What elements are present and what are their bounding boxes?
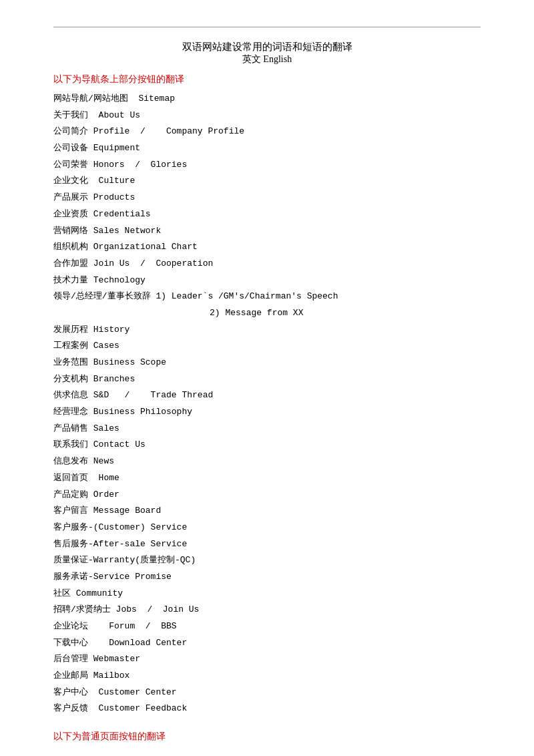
- page-container: 双语网站建设常用的词语和短语的翻译 英文 English 以下为导航条上部分按钮…: [0, 0, 534, 756]
- list-item: 后台管理 Webmaster: [53, 651, 481, 668]
- list-item: 联系我们 Contact Us: [53, 437, 481, 453]
- list-item: 供求信息 S&D / Trade Thread: [53, 387, 481, 404]
- list-item: 产品定购 Order: [53, 487, 481, 504]
- list-item: 网站导航/网站地图 Sitemap: [53, 91, 481, 108]
- list-item: 招聘/求贤纳士 Jobs / Join Us: [53, 602, 481, 618]
- list-item: 领导/总经理/董事长致辞 1) Leader`s /GM's/Chairman'…: [53, 289, 481, 305]
- list-item: 业务范围 Business Scope: [53, 355, 481, 371]
- list-item: 2) Message from XX: [53, 305, 481, 322]
- list-item: 企业资质 Credentials: [53, 206, 481, 223]
- list-item: 企业论坛 Forum / BBS: [53, 618, 481, 635]
- list-item: 服务承诺-Service Promise: [53, 569, 481, 586]
- page-title-main: 双语网站建设常用的词语和短语的翻译: [53, 41, 481, 53]
- list-item: 社区 Community: [53, 586, 481, 602]
- list-item: 公司简介 Profile / Company Profile: [53, 124, 481, 140]
- list-item: 发展历程 History: [53, 322, 481, 339]
- page-title-block: 双语网站建设常用的词语和短语的翻译 英文 English: [53, 41, 481, 65]
- list-item: 营销网络 Sales Network: [53, 223, 481, 240]
- list-item: 信息发布 News: [53, 453, 481, 470]
- list-item: 企业文化 Culture: [53, 173, 481, 190]
- list-item: 下载中心 Download Center: [53, 635, 481, 652]
- top-divider: [53, 27, 481, 27]
- list-item: 客户留言 Message Board: [53, 503, 481, 520]
- list-item: 返回首页 Home: [53, 470, 481, 487]
- list-item: 经营理念 Business Philosophy: [53, 404, 481, 421]
- page-title-sub: 英文 English: [53, 53, 481, 65]
- content-lines: 网站导航/网站地图 Sitemap关于我们 About Us公司简介 Profi…: [53, 91, 481, 717]
- section1-heading: 以下为导航条上部分按钮的翻译: [53, 73, 481, 85]
- list-item: 客户中心 Customer Center: [53, 685, 481, 701]
- list-item: 组织机构 Organizational Chart: [53, 239, 481, 256]
- list-item: 客户反馈 Customer Feedback: [53, 701, 481, 717]
- list-item: 分支机构 Branches: [53, 371, 481, 388]
- list-item: 售后服务-After-sale Service: [53, 536, 481, 553]
- list-item: 质量保证-Warranty(质量控制-QC): [53, 552, 481, 569]
- list-item: 公司设备 Equipment: [53, 140, 481, 157]
- list-item: 关于我们 About Us: [53, 108, 481, 124]
- list-item: 工程案例 Cases: [53, 338, 481, 355]
- list-item: 客户服务-(Customer) Service: [53, 520, 481, 536]
- list-item: 技术力量 Technology: [53, 272, 481, 289]
- list-item: 企业邮局 Mailbox: [53, 668, 481, 685]
- list-item: 产品销售 Sales: [53, 421, 481, 437]
- list-item: 合作加盟 Join Us / Cooperation: [53, 256, 481, 272]
- section2-heading: 以下为普通页面按钮的翻译: [53, 731, 481, 743]
- list-item: 公司荣誉 Honors / Glories: [53, 157, 481, 174]
- list-item: 产品展示 Products: [53, 190, 481, 206]
